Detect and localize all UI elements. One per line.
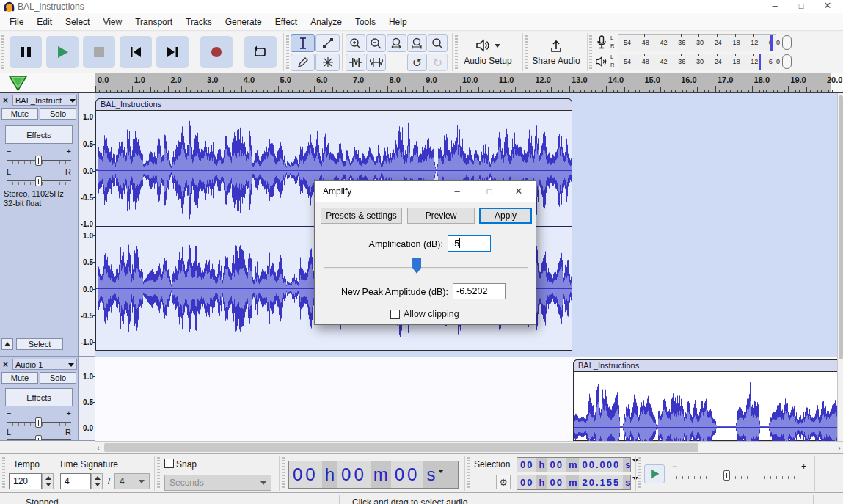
preview-button[interactable]: Preview bbox=[407, 208, 475, 224]
skip-to-end-button[interactable] bbox=[156, 36, 189, 68]
track1-select-button[interactable]: Select bbox=[16, 338, 63, 350]
menu-item-generate[interactable]: Generate bbox=[219, 14, 269, 30]
track2-waveform-canvas[interactable] bbox=[574, 373, 837, 441]
track1-name-button[interactable]: BAL_Instruct bbox=[12, 95, 77, 106]
track1-collapse-button[interactable] bbox=[1, 338, 13, 350]
track1-gain-slider-thumb[interactable] bbox=[35, 156, 42, 166]
zoom-out-button[interactable] bbox=[366, 34, 386, 52]
menu-item-effect[interactable]: Effect bbox=[269, 14, 304, 30]
amplify-slider-thumb[interactable] bbox=[412, 258, 421, 274]
transport-toolbar-grip[interactable] bbox=[1, 35, 4, 69]
snap-checkbox[interactable] bbox=[164, 459, 174, 468]
dialog-minimize-button[interactable]: – bbox=[446, 186, 468, 199]
share-audio-grip[interactable] bbox=[525, 35, 528, 69]
redo-button[interactable]: ↻ bbox=[428, 54, 448, 71]
selection-toolbar-grip[interactable] bbox=[467, 457, 470, 489]
record-button[interactable] bbox=[200, 36, 233, 68]
track1-pan-slider-thumb[interactable] bbox=[35, 176, 42, 186]
window-maximize-button[interactable]: □ bbox=[789, 0, 814, 13]
track2-solo-button[interactable]: Solo bbox=[40, 372, 76, 384]
amplify-dialog-titlebar[interactable]: Amplify – □ ✕ bbox=[315, 181, 536, 202]
track1-mute-button[interactable]: Mute bbox=[1, 108, 38, 120]
play-speed-slider-thumb[interactable] bbox=[723, 470, 730, 481]
audio-setup-grip[interactable] bbox=[455, 35, 458, 69]
time-digits[interactable]: 20.155 bbox=[579, 475, 623, 489]
vertical-scrollbar-thumb[interactable] bbox=[839, 95, 843, 359]
track2-mute-button[interactable]: Mute bbox=[1, 372, 38, 384]
track2-effects-button[interactable]: Effects bbox=[5, 388, 73, 406]
multi-tool-button[interactable] bbox=[315, 54, 340, 71]
play-at-speed-button[interactable] bbox=[644, 464, 665, 483]
snap-mode-dropdown[interactable]: Seconds bbox=[164, 475, 271, 491]
time-digits[interactable]: 00 bbox=[391, 461, 424, 488]
zoom-fit-project-button[interactable] bbox=[407, 34, 427, 52]
selection-end-display[interactable]: 00h00m20.155s bbox=[517, 475, 631, 490]
play-speed-slider[interactable] bbox=[671, 470, 809, 481]
time-signature-lower-dropdown[interactable]: 4 bbox=[114, 473, 150, 489]
pause-button[interactable] bbox=[10, 36, 42, 68]
time-digits[interactable]: 00 bbox=[547, 458, 566, 472]
trim-audio-button[interactable] bbox=[346, 54, 365, 71]
spin-up-icon[interactable] bbox=[45, 476, 51, 480]
vertical-scrollbar[interactable] bbox=[837, 93, 843, 441]
record-meter-scale[interactable]: -54-48-42-36-30-24-18-12-6 bbox=[618, 34, 776, 51]
track1-gain-slider[interactable] bbox=[7, 156, 71, 166]
time-digits[interactable]: 00 bbox=[289, 461, 322, 488]
spin-down-icon[interactable] bbox=[45, 483, 51, 486]
menu-item-analyze[interactable]: Analyze bbox=[304, 14, 348, 30]
new-peak-input[interactable]: -6.5202 bbox=[453, 283, 506, 299]
tempo-input[interactable]: 120 bbox=[9, 473, 42, 489]
track2-vertical-ruler[interactable] bbox=[79, 357, 95, 441]
track1-clip-title[interactable]: BAL_Instructions bbox=[95, 98, 572, 111]
track2-close-icon[interactable]: × bbox=[3, 359, 8, 370]
track2-gain-slider[interactable] bbox=[7, 417, 71, 428]
allow-clipping-checkbox[interactable] bbox=[390, 310, 400, 319]
presets-settings-button[interactable]: Presets & settings bbox=[321, 208, 402, 224]
horizontal-scrollbar-thumb[interactable] bbox=[104, 443, 698, 452]
amplification-input[interactable]: -5 bbox=[448, 235, 491, 252]
meter-toolbar-grip[interactable] bbox=[589, 35, 592, 69]
snap-toolbar-grip[interactable] bbox=[157, 457, 160, 489]
track2-pan-slider-thumb[interactable] bbox=[35, 435, 42, 441]
dialog-close-button[interactable]: ✕ bbox=[508, 186, 530, 199]
menu-item-tracks[interactable]: Tracks bbox=[179, 14, 219, 30]
menu-item-help[interactable]: Help bbox=[382, 14, 414, 30]
draw-tool-button[interactable] bbox=[291, 54, 315, 71]
zoom-toggle-button[interactable] bbox=[428, 34, 448, 52]
selection-settings-button[interactable]: ⚙ bbox=[496, 475, 511, 489]
amplify-slider-track[interactable] bbox=[324, 267, 528, 269]
time-digits[interactable]: 00 bbox=[517, 458, 536, 472]
play-at-speed-grip[interactable] bbox=[638, 457, 641, 489]
audio-position-display[interactable]: 00h00m00s bbox=[288, 461, 459, 489]
loop-button[interactable] bbox=[244, 36, 277, 68]
selection-tool-button[interactable] bbox=[291, 34, 315, 52]
time-display-grip[interactable] bbox=[282, 457, 285, 489]
zoom-in-button[interactable] bbox=[346, 34, 365, 52]
menu-item-select[interactable]: Select bbox=[59, 14, 96, 30]
scroll-right-icon[interactable]: › bbox=[838, 443, 841, 452]
time-signature-spinner[interactable] bbox=[91, 473, 103, 489]
apply-button[interactable]: Apply bbox=[479, 208, 532, 224]
horizontal-scrollbar[interactable]: ‹ › bbox=[95, 441, 843, 453]
spin-down-icon[interactable] bbox=[95, 483, 101, 486]
selection-start-display[interactable]: 00h00m00.000s bbox=[517, 457, 631, 472]
window-close-button[interactable]: ✕ bbox=[815, 0, 840, 13]
time-signature-upper-input[interactable]: 4 bbox=[60, 473, 91, 489]
track1-vertical-ruler[interactable] bbox=[79, 93, 95, 357]
menu-item-transport[interactable]: Transport bbox=[128, 14, 179, 30]
menu-item-view[interactable]: View bbox=[96, 14, 128, 30]
time-format-caret-icon[interactable] bbox=[438, 470, 444, 473]
playback-meter-scale[interactable]: -54-48-42-36-30-24-18-12-6 bbox=[618, 54, 776, 70]
menu-item-tools[interactable]: Tools bbox=[348, 14, 382, 30]
track1-effects-button[interactable]: Effects bbox=[5, 125, 73, 144]
track1-pan-slider[interactable] bbox=[7, 176, 71, 186]
track2-gain-slider-thumb[interactable] bbox=[35, 417, 42, 428]
track2-pan-slider[interactable] bbox=[7, 435, 71, 441]
track2-clip-title[interactable]: BAL_Instructions bbox=[573, 359, 837, 372]
window-minimize-button[interactable]: – bbox=[762, 0, 787, 13]
envelope-tool-button[interactable] bbox=[315, 34, 340, 52]
audio-setup-button[interactable]: Audio Setup bbox=[459, 34, 517, 70]
timeline-scale[interactable]: 0.01.02.03.04.05.06.07.08.09.010.011.012… bbox=[0, 73, 843, 92]
spin-up-icon[interactable] bbox=[95, 476, 101, 480]
time-digits[interactable]: 00.000 bbox=[579, 458, 623, 472]
